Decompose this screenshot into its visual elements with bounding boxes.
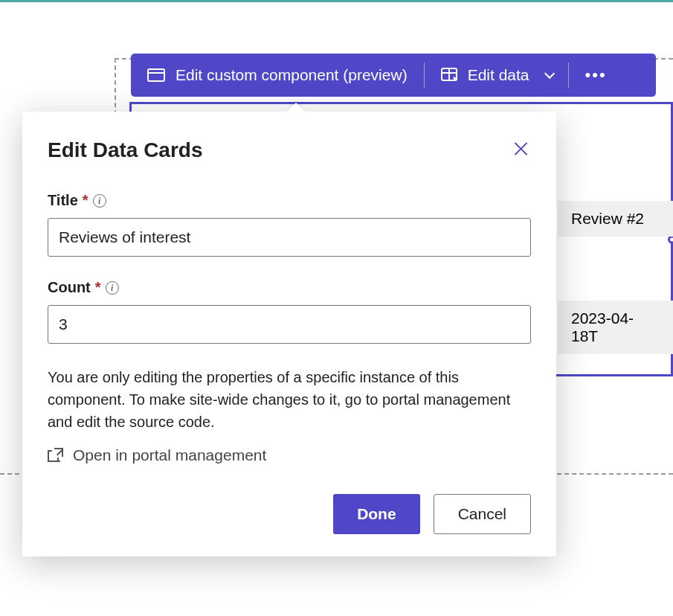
instance-scope-helper-text: You are only editing the properties of a… (48, 366, 531, 433)
cancel-button[interactable]: Cancel (434, 494, 531, 534)
info-icon[interactable]: i (106, 281, 119, 295)
portal-link-label: Open in portal management (73, 446, 266, 464)
chevron-down-icon (544, 68, 555, 79)
info-icon[interactable]: i (93, 194, 106, 208)
title-field: Title * i (48, 192, 531, 257)
component-icon (147, 68, 165, 82)
component-toolbar: Edit custom component (preview) Edit dat… (131, 54, 656, 97)
panel-title: Edit Data Cards (48, 138, 203, 162)
edit-data-button[interactable]: Edit data (425, 54, 568, 97)
open-portal-management-link[interactable]: Open in portal management (48, 446, 531, 464)
background-cell-review: Review #2 (558, 201, 673, 237)
done-button-label: Done (357, 505, 396, 523)
edit-custom-component-label: Edit custom component (preview) (176, 66, 408, 84)
edit-data-label: Edit data (468, 66, 529, 84)
title-field-label: Title * i (48, 192, 531, 209)
background-cell-date: 2023-04-18T (558, 301, 673, 354)
edit-custom-component-button[interactable]: Edit custom component (preview) (131, 54, 424, 97)
panel-header: Edit Data Cards (48, 138, 531, 162)
close-icon (513, 141, 528, 156)
done-button[interactable]: Done (333, 494, 420, 534)
title-input[interactable] (48, 218, 531, 257)
required-indicator: * (95, 279, 101, 296)
top-separator (0, 0, 673, 2)
close-button[interactable] (510, 138, 531, 159)
count-input[interactable] (48, 305, 531, 344)
count-field-label: Count * i (48, 279, 531, 296)
title-label-text: Title (48, 192, 78, 209)
ellipsis-icon: ••• (585, 65, 607, 84)
edit-data-cards-panel: Edit Data Cards Title * i Count * i You … (22, 112, 556, 556)
more-actions-button[interactable]: ••• (569, 65, 623, 85)
required-indicator: * (83, 192, 88, 209)
panel-footer: Done Cancel (48, 494, 531, 534)
table-icon (441, 68, 457, 83)
count-label-text: Count (48, 279, 91, 296)
external-link-icon (48, 449, 62, 462)
panel-caret (287, 103, 305, 112)
count-field: Count * i (48, 279, 531, 344)
cancel-button-label: Cancel (458, 505, 506, 523)
